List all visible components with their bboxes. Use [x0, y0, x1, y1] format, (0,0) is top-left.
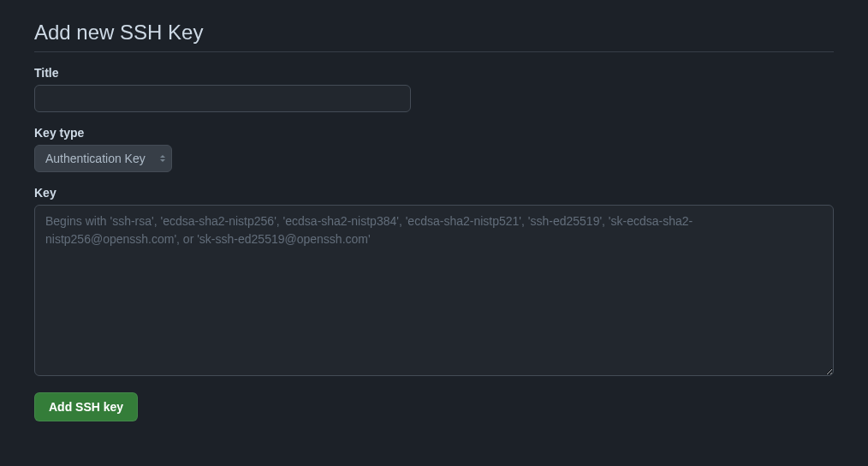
title-field-group: Title: [34, 66, 834, 112]
title-label: Title: [34, 66, 834, 80]
key-type-label: Key type: [34, 126, 834, 140]
key-label: Key: [34, 186, 834, 200]
key-textarea[interactable]: [34, 205, 834, 376]
key-type-select[interactable]: Authentication Key: [34, 145, 172, 172]
key-type-field-group: Key type Authentication Key: [34, 126, 834, 172]
title-divider: [34, 51, 834, 52]
key-field-group: Key: [34, 186, 834, 379]
key-type-select-wrapper: Authentication Key: [34, 145, 172, 172]
title-input[interactable]: [34, 85, 411, 112]
add-ssh-key-button[interactable]: Add SSH key: [34, 392, 138, 421]
page-title: Add new SSH Key: [34, 21, 834, 45]
